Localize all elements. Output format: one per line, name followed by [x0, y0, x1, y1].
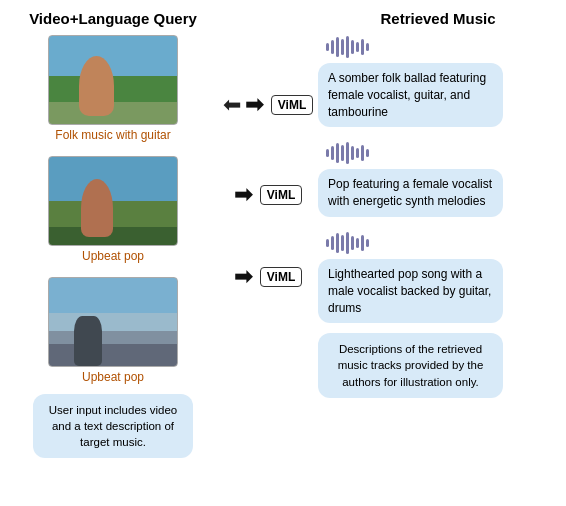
video-thumb-2: [48, 156, 178, 246]
app-container: Video+Language Query Folk music with gui…: [0, 0, 566, 506]
music-result-2: Pop featuring a female vocalist with ene…: [318, 141, 503, 217]
right-column: Retrieved Music A somber folk ballad fea…: [318, 10, 558, 498]
big-arrow-2: ➡: [234, 182, 252, 208]
result-text-3: Lighthearted pop song with a male vocali…: [328, 267, 491, 315]
arrow-viml-2: ➡ ViML: [234, 182, 302, 208]
viml-box-2: ViML: [260, 185, 302, 205]
right-note-text: Descriptions of the retrieved music trac…: [338, 343, 484, 387]
sound-wave-3: [326, 231, 369, 255]
video-row-3: Upbeat pop: [48, 277, 178, 384]
result-bubble-1: A somber folk ballad featuring female vo…: [318, 63, 503, 127]
video-thumb-3: [48, 277, 178, 367]
result-bubble-2: Pop featuring a female vocalist with ene…: [318, 169, 503, 217]
result-bubble-3: Lighthearted pop song with a male vocali…: [318, 259, 503, 323]
video-row-1: Folk music with guitar: [48, 35, 178, 142]
middle-column: ⬅︎ ➡ ViML ➡ ViML ➡ ViML: [218, 10, 318, 498]
left-note-box: User input includes video and a text des…: [33, 394, 193, 458]
video-label-1: Folk music with guitar: [55, 128, 170, 142]
video-label-3: Upbeat pop: [82, 370, 144, 384]
right-note-box: Descriptions of the retrieved music trac…: [318, 333, 503, 397]
arrow-icon-1: ⬅︎: [223, 94, 241, 116]
result-text-1: A somber folk ballad featuring female vo…: [328, 71, 486, 119]
left-note-text: User input includes video and a text des…: [49, 404, 178, 448]
sound-wave-2: [326, 141, 369, 165]
right-title: Retrieved Music: [318, 10, 558, 27]
video-row-2: Upbeat pop: [48, 156, 178, 263]
music-result-3: Lighthearted pop song with a male vocali…: [318, 231, 503, 323]
arrow-viml-3: ➡ ViML: [234, 264, 302, 290]
video-label-2: Upbeat pop: [82, 249, 144, 263]
sound-wave-1: [326, 35, 369, 59]
video-thumb-1: [48, 35, 178, 125]
viml-box-1: ViML: [271, 95, 313, 115]
big-arrow-3: ➡: [234, 264, 252, 290]
left-column: Video+Language Query Folk music with gui…: [8, 10, 218, 498]
big-arrow-1: ➡: [245, 92, 263, 118]
viml-box-3: ViML: [260, 267, 302, 287]
music-result-1: A somber folk ballad featuring female vo…: [318, 35, 503, 127]
arrow-viml-1: ⬅︎ ➡ ViML: [223, 92, 313, 118]
left-title: Video+Language Query: [29, 10, 197, 27]
result-text-2: Pop featuring a female vocalist with ene…: [328, 177, 492, 208]
